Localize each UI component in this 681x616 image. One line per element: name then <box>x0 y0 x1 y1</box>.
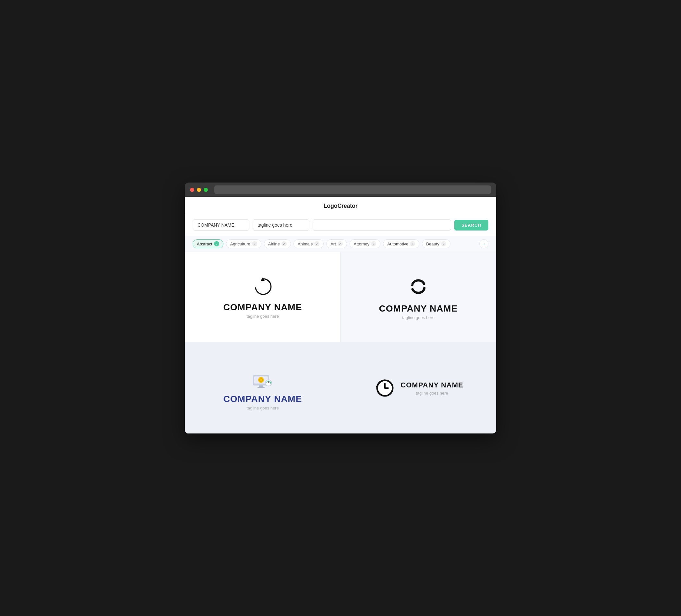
svg-rect-13 <box>263 379 264 381</box>
filter-bar: Abstract ✓ Agriculture ✓ Airline ✓ Anima… <box>185 236 496 252</box>
filter-automotive[interactable]: Automotive ✓ <box>383 239 419 248</box>
filter-animals[interactable]: Animals ✓ <box>294 239 324 248</box>
logo-card-1[interactable]: COMPANY NAME tagline goes here <box>185 252 340 343</box>
filter-automotive-check: ✓ <box>410 241 415 247</box>
filter-art-check: ✓ <box>337 241 343 247</box>
search-bar: SEARCH <box>185 214 496 236</box>
app-title: LogoCreator <box>324 203 358 209</box>
logo-card-2[interactable]: COMPANY NAME tagline goes here <box>340 252 496 343</box>
filter-abstract-check: ✓ <box>214 241 219 247</box>
filter-attorney-label: Attorney <box>354 241 369 247</box>
logo-icon-2 <box>407 275 430 298</box>
filter-airline-check: ✓ <box>281 241 287 247</box>
filter-airline[interactable]: Airline ✓ <box>264 239 291 248</box>
extra-input[interactable] <box>312 220 451 231</box>
filter-agriculture-label: Agriculture <box>230 241 250 247</box>
logo-name-3: COMPANY NAME <box>223 394 302 404</box>
app-body: LogoCreator SEARCH Abstract ✓ Agricultur… <box>185 197 496 434</box>
logo-card-4[interactable]: COMPANY NAME tagline goes here <box>340 343 496 434</box>
svg-rect-12 <box>258 379 259 381</box>
minimize-button[interactable] <box>197 188 201 192</box>
filter-beauty[interactable]: Beauty ✓ <box>422 239 450 248</box>
logo-icon-4 <box>373 377 395 399</box>
app-header: LogoCreator <box>185 197 496 214</box>
browser-window: LogoCreator SEARCH Abstract ✓ Agricultur… <box>185 182 496 434</box>
search-button[interactable]: SEARCH <box>454 220 488 231</box>
company-name-input[interactable] <box>193 220 249 231</box>
logo-tagline-3: tagline goes here <box>247 406 279 410</box>
filter-attorney-check: ✓ <box>371 241 376 247</box>
logo-grid: COMPANY NAME tagline goes here <box>185 252 496 434</box>
maximize-button[interactable] <box>204 188 208 192</box>
filter-abstract[interactable]: Abstract ✓ <box>193 239 223 248</box>
filter-art-label: Art <box>330 241 336 247</box>
filter-airline-label: Airline <box>268 241 280 247</box>
svg-point-9 <box>260 379 262 381</box>
logo-name-2: COMPANY NAME <box>379 304 458 314</box>
filter-agriculture-check: ✓ <box>252 241 257 247</box>
filter-beauty-label: Beauty <box>426 241 439 247</box>
address-bar[interactable] <box>215 185 491 194</box>
filter-beauty-check: ✓ <box>441 241 446 247</box>
logo-icon-1 <box>252 276 273 297</box>
filter-art[interactable]: Art ✓ <box>326 239 347 248</box>
filter-agriculture[interactable]: Agriculture ✓ <box>226 239 261 248</box>
browser-titlebar <box>185 182 496 197</box>
filter-attorney[interactable]: Attorney ✓ <box>350 239 380 248</box>
filter-animals-label: Animals <box>298 241 312 247</box>
logo-name-1: COMPANY NAME <box>223 302 302 312</box>
logo-tagline-2: tagline goes here <box>402 315 434 320</box>
filter-next-button[interactable]: → <box>479 239 488 248</box>
filter-automotive-label: Automotive <box>387 241 408 247</box>
filter-abstract-label: Abstract <box>197 241 212 247</box>
logo-tagline-1: tagline goes here <box>247 314 279 319</box>
logo-icon-3 <box>250 366 276 389</box>
logo-text-group-4: COMPANY NAME tagline goes here <box>401 381 463 395</box>
logo-name-4: COMPANY NAME <box>401 381 463 389</box>
svg-rect-11 <box>260 382 262 383</box>
tagline-input[interactable] <box>253 220 309 231</box>
filter-animals-check: ✓ <box>314 241 320 247</box>
close-button[interactable] <box>190 188 194 192</box>
logo-tagline-4: tagline goes here <box>401 391 463 395</box>
svg-rect-6 <box>257 387 264 388</box>
logo-card-3[interactable]: COMPANY NAME tagline goes here <box>185 343 340 434</box>
